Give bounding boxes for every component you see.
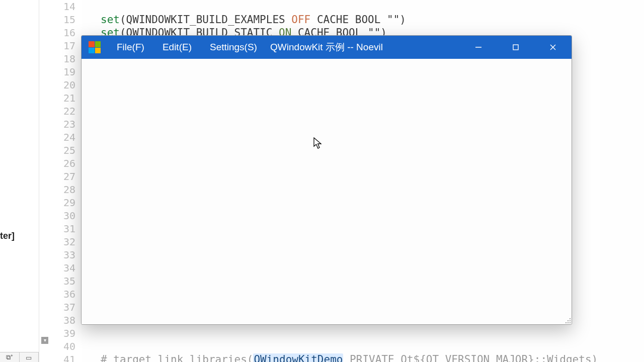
titlebar[interactable]: File(F) Edit(E) Settings(S) QWindowKit 示… (82, 36, 572, 59)
sidebar-tab-2[interactable]: ▭ (20, 352, 39, 362)
side-panel: ter] ⧉⁺ ▭ (0, 0, 39, 362)
line-number: 17 (50, 39, 75, 52)
code-line (101, 327, 634, 340)
window-logo-icon (89, 41, 101, 53)
line-number: 28 (50, 183, 75, 196)
line-number: 20 (50, 78, 75, 92)
gutter-collapse-dropdown-icon[interactable]: ▾ (41, 337, 48, 344)
line-number: 14 (50, 0, 75, 13)
line-number: 15 (50, 13, 75, 26)
line-number: 40 (50, 340, 75, 353)
minimize-icon (475, 44, 482, 51)
line-number: 31 (50, 222, 75, 235)
line-number: 33 (50, 248, 75, 261)
window-system-buttons (460, 36, 572, 59)
line-number: 27 (50, 170, 75, 183)
line-number: 32 (50, 235, 75, 248)
line-number: 36 (50, 288, 75, 301)
line-number: 16 (50, 26, 75, 39)
line-number: 22 (50, 105, 75, 118)
menu-file[interactable]: File(F) (108, 36, 153, 59)
maximize-icon (512, 44, 519, 51)
sidebar-label-fragment: ter] (0, 231, 15, 241)
close-button[interactable] (534, 36, 572, 59)
line-number: 35 (50, 275, 75, 288)
svg-rect-1 (513, 45, 518, 50)
line-number: 24 (50, 131, 75, 144)
line-number: 38 (50, 314, 75, 327)
line-number: 25 (50, 144, 75, 157)
menu-settings[interactable]: Settings(S) (201, 36, 266, 59)
minimize-button[interactable] (460, 36, 497, 59)
mouse-cursor-icon (313, 137, 323, 149)
line-number: 30 (50, 209, 75, 222)
close-icon (549, 44, 556, 51)
line-number: 18 (50, 52, 75, 65)
line-number: 21 (50, 92, 75, 105)
line-number: 37 (50, 301, 75, 314)
menu-edit[interactable]: Edit(E) (153, 36, 201, 59)
window-title: QWindowKit 示例 -- Noevil (270, 41, 383, 54)
line-number: 34 (50, 261, 75, 275)
line-number: 29 (50, 196, 75, 209)
sidebar-tabbar: ⧉⁺ ▭ (0, 352, 39, 362)
line-number: 19 (50, 65, 75, 78)
line-number: 41 (50, 353, 75, 362)
demo-window[interactable]: File(F) Edit(E) Settings(S) QWindowKit 示… (81, 35, 572, 325)
sidebar-tab-1[interactable]: ⧉⁺ (0, 352, 20, 362)
window-client-area[interactable] (82, 59, 572, 324)
code-line: # target_link_libraries(QWindowKitDemo P… (101, 353, 634, 362)
line-gutter: 14 15 16 17 18 19 20 21 22 23 24 25 26 2… (50, 0, 82, 362)
line-number: 23 (50, 118, 75, 131)
resize-grip-icon[interactable] (564, 316, 571, 323)
code-line: set(QWINDOWKIT_BUILD_EXAMPLES OFF CACHE … (101, 13, 634, 26)
code-line (101, 0, 634, 13)
code-line (101, 340, 634, 353)
line-number: 39 (50, 327, 75, 340)
line-number: 26 (50, 157, 75, 170)
maximize-button[interactable] (497, 36, 534, 59)
menu-bar: File(F) Edit(E) Settings(S) (108, 36, 266, 59)
